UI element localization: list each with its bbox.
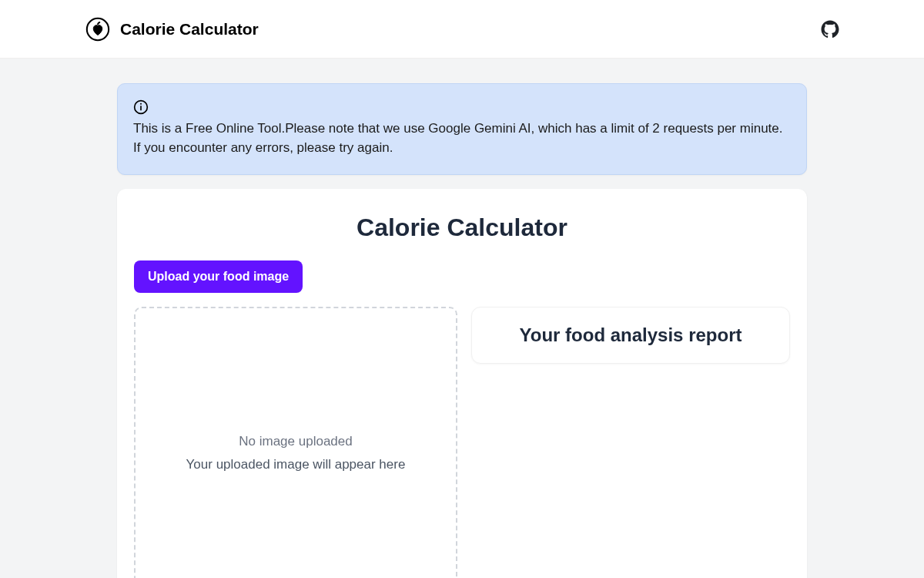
main-card: Calorie Calculator Upload your food imag… [117,189,807,578]
info-alert-text: This is a Free Online Tool.Please note t… [133,119,791,157]
info-icon [133,99,149,115]
main-container: This is a Free Online Tool.Please note t… [116,83,808,578]
app-header: Calorie Calculator [0,0,924,59]
info-alert: This is a Free Online Tool.Please note t… [117,83,807,175]
dropzone-empty-subtitle: Your uploaded image will appear here [186,457,406,472]
brand: Calorie Calculator [85,16,259,42]
page-title: Calorie Calculator [134,213,790,242]
dropzone-empty-title: No image uploaded [239,434,352,449]
upload-dropzone[interactable]: No image uploaded Your uploaded image wi… [134,307,457,578]
report-title: Your food analysis report [487,324,774,346]
upload-button[interactable]: Upload your food image [134,260,303,293]
svg-point-3 [140,103,142,105]
logo-icon [85,16,111,42]
report-card: Your food analysis report [471,307,790,364]
github-icon[interactable] [821,20,839,39]
content-row: No image uploaded Your uploaded image wi… [134,307,790,578]
app-title: Calorie Calculator [120,20,259,39]
